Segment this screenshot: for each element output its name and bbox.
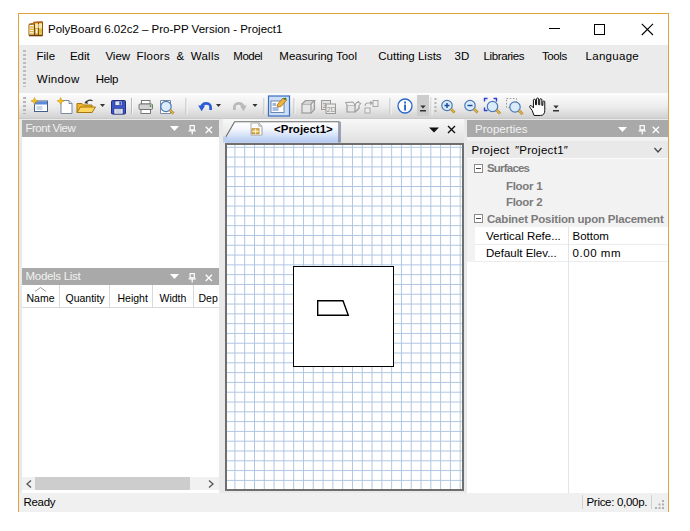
- svg-text:2D: 2D: [327, 106, 336, 113]
